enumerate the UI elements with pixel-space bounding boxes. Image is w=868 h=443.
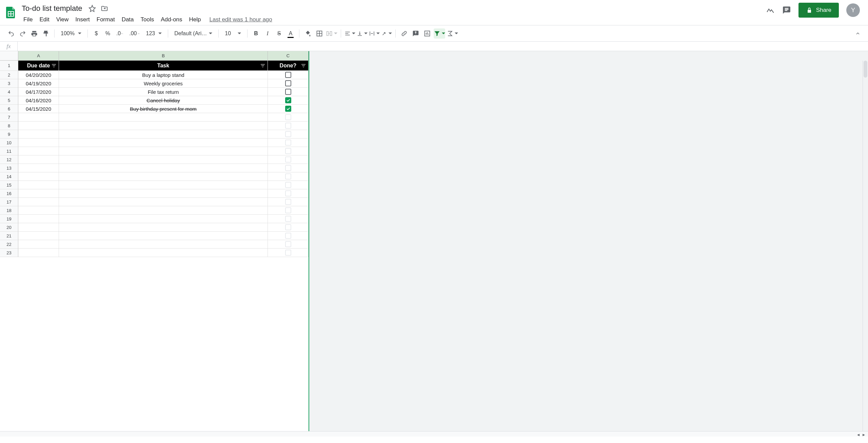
fill-color-button[interactable] <box>303 28 313 39</box>
insert-link-button[interactable] <box>399 28 409 39</box>
row-header-8[interactable]: 8 <box>0 122 18 130</box>
menu-edit[interactable]: Edit <box>36 15 52 24</box>
cell-empty[interactable] <box>268 130 309 139</box>
cell-empty[interactable] <box>18 147 59 155</box>
checkbox-faint-icon[interactable] <box>285 224 291 230</box>
checkbox-faint-icon[interactable] <box>285 173 291 180</box>
header-due-date[interactable]: Due date <box>18 61 59 71</box>
cell-empty[interactable] <box>59 240 268 249</box>
checkbox-faint-icon[interactable] <box>285 182 291 188</box>
row-header-18[interactable]: 18 <box>0 206 18 215</box>
cell-empty[interactable] <box>268 181 309 189</box>
print-icon[interactable] <box>29 28 39 39</box>
menu-data[interactable]: Data <box>119 15 137 24</box>
cell-empty[interactable] <box>59 122 268 130</box>
cell-empty[interactable] <box>268 113 309 122</box>
checkbox-faint-icon[interactable] <box>285 250 291 256</box>
more-formats-button[interactable]: 123 <box>143 28 165 39</box>
menu-insert[interactable]: Insert <box>72 15 93 24</box>
bold-button[interactable]: B <box>251 28 261 39</box>
cell-empty[interactable] <box>268 215 309 223</box>
cell-empty[interactable] <box>59 249 268 257</box>
activity-icon[interactable] <box>766 6 775 15</box>
cell-empty[interactable] <box>59 206 268 215</box>
row-header-23[interactable]: 23 <box>0 249 18 257</box>
menu-view[interactable]: View <box>53 15 72 24</box>
paint-format-icon[interactable] <box>41 28 51 39</box>
share-button[interactable]: Share <box>798 3 839 18</box>
checkbox-unchecked-icon[interactable] <box>285 80 291 86</box>
cell-empty[interactable] <box>59 223 268 232</box>
filter-icon[interactable] <box>301 63 306 68</box>
checkbox-faint-icon[interactable] <box>285 165 291 171</box>
star-icon[interactable] <box>88 5 96 12</box>
cell-empty[interactable] <box>18 240 59 249</box>
checkbox-checked-icon[interactable] <box>285 106 291 112</box>
cell-empty[interactable] <box>59 155 268 164</box>
select-all-corner[interactable] <box>0 51 18 61</box>
cell-empty[interactable] <box>59 139 268 147</box>
cell-empty[interactable] <box>59 172 268 181</box>
cell-empty[interactable] <box>18 249 59 257</box>
collapse-toolbar-icon[interactable] <box>854 28 862 39</box>
checkbox-faint-icon[interactable] <box>285 190 291 196</box>
text-wrap-button[interactable] <box>369 28 380 39</box>
borders-button[interactable] <box>314 28 324 39</box>
row-header-22[interactable]: 22 <box>0 240 18 249</box>
redo-icon[interactable] <box>18 28 28 39</box>
decrease-decimal-button[interactable]: .0← <box>114 28 126 39</box>
zoom-select[interactable]: 100% <box>58 28 84 39</box>
checkbox-faint-icon[interactable] <box>285 241 291 247</box>
undo-icon[interactable] <box>6 28 16 39</box>
row-header-21[interactable]: 21 <box>0 232 18 240</box>
cell-due[interactable]: 04/15/2020 <box>18 105 59 113</box>
menu-tools[interactable]: Tools <box>138 15 157 24</box>
row-header-20[interactable]: 20 <box>0 223 18 232</box>
horizontal-scrollbar[interactable]: ◂ ▸ <box>0 431 868 437</box>
cell-done[interactable] <box>268 88 309 96</box>
cell-empty[interactable] <box>268 139 309 147</box>
insert-comment-button[interactable] <box>411 28 421 39</box>
row-header-3[interactable]: 3 <box>0 79 18 88</box>
italic-button[interactable]: I <box>262 28 273 39</box>
font-size-select[interactable]: 10 <box>222 28 244 39</box>
row-header-14[interactable]: 14 <box>0 172 18 181</box>
menu-format[interactable]: Format <box>94 15 118 24</box>
cell-done[interactable] <box>268 105 309 113</box>
menu-help[interactable]: Help <box>186 15 204 24</box>
cell-empty[interactable] <box>59 113 268 122</box>
formula-input[interactable] <box>18 42 868 51</box>
cell-empty[interactable] <box>18 139 59 147</box>
account-avatar[interactable]: Y <box>846 3 860 17</box>
cell-empty[interactable] <box>268 249 309 257</box>
strikethrough-button[interactable]: S <box>274 28 284 39</box>
filter-button[interactable] <box>434 28 445 39</box>
cell-empty[interactable] <box>59 164 268 172</box>
cell-empty[interactable] <box>18 189 59 198</box>
cell-empty[interactable] <box>268 198 309 206</box>
row-header-1[interactable]: 1 <box>0 61 18 71</box>
vertical-scrollbar[interactable] <box>863 61 868 437</box>
column-header-C[interactable]: C <box>268 51 309 61</box>
cell-empty[interactable] <box>59 232 268 240</box>
row-header-15[interactable]: 15 <box>0 181 18 189</box>
checkbox-faint-icon[interactable] <box>285 123 291 129</box>
cell-empty[interactable] <box>268 155 309 164</box>
cell-empty[interactable] <box>18 223 59 232</box>
cell-empty[interactable] <box>18 113 59 122</box>
cell-task[interactable]: File tax return <box>59 88 268 96</box>
text-color-button[interactable]: A <box>285 28 296 39</box>
cell-empty[interactable] <box>59 181 268 189</box>
insert-chart-button[interactable] <box>422 28 432 39</box>
scroll-left-icon[interactable]: ◂ <box>857 432 862 437</box>
sheets-logo-icon[interactable] <box>4 3 18 20</box>
row-header-5[interactable]: 5 <box>0 96 18 105</box>
row-header-6[interactable]: 6 <box>0 105 18 113</box>
cell-due[interactable]: 04/20/2020 <box>18 71 59 79</box>
row-header-7[interactable]: 7 <box>0 113 18 122</box>
cell-empty[interactable] <box>268 223 309 232</box>
vertical-align-button[interactable] <box>357 28 368 39</box>
document-title[interactable]: To-do list template <box>20 3 84 14</box>
cell-empty[interactable] <box>268 240 309 249</box>
merge-cells-button[interactable] <box>326 28 337 39</box>
